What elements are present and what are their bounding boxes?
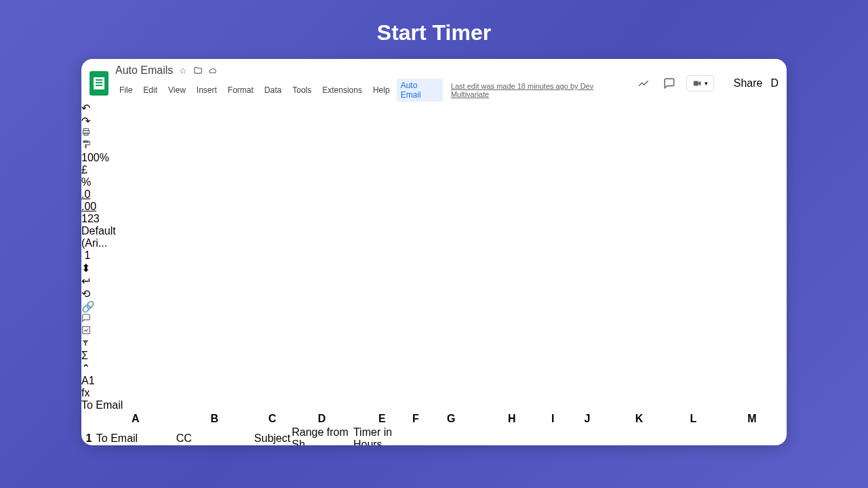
menu-file[interactable]: File [115, 83, 136, 97]
select-all-corner[interactable] [83, 413, 95, 425]
menu-format[interactable]: Format [224, 83, 258, 97]
filter-icon[interactable] [81, 338, 787, 350]
zoom-select[interactable]: 100% [81, 152, 787, 164]
meet-button[interactable]: ▾ [686, 75, 714, 92]
svg-rect-0 [694, 81, 698, 85]
cloud-status-icon[interactable] [208, 66, 218, 75]
sheets-logo-icon[interactable] [90, 71, 108, 96]
col-header-D[interactable]: D [292, 413, 352, 425]
col-header-I[interactable]: I [542, 413, 564, 425]
col-header-G[interactable]: G [420, 413, 482, 425]
wrap-button[interactable]: ↩ [81, 274, 787, 287]
cell-E1[interactable]: Timer in Hours [353, 426, 411, 445]
formula-input[interactable]: To Email [81, 399, 787, 411]
page-heading: Start Timer [0, 0, 868, 59]
col-header-K[interactable]: K [610, 413, 667, 425]
menu-edit[interactable]: Edit [139, 83, 161, 97]
decrease-decimal-button[interactable]: .0 [81, 188, 787, 201]
col-header-F[interactable]: F [412, 413, 419, 425]
menu-help[interactable]: Help [369, 83, 394, 97]
col-header-B[interactable]: B [176, 413, 253, 425]
menu-auto-email[interactable]: Auto Email [397, 79, 443, 102]
undo-icon[interactable]: ↶ [81, 102, 787, 115]
account-avatar[interactable]: D [770, 77, 778, 89]
percent-button[interactable]: % [81, 176, 787, 188]
svg-rect-4 [84, 133, 88, 136]
activity-icon[interactable] [635, 75, 652, 92]
chart-icon[interactable] [81, 325, 787, 338]
redo-icon[interactable]: ↷ [81, 115, 787, 127]
menu-extensions[interactable]: Extensions [318, 83, 366, 97]
increase-decimal-button[interactable]: .00 [81, 201, 787, 213]
currency-button[interactable]: £ [81, 164, 787, 176]
cell-B1[interactable]: CC [176, 426, 253, 445]
paint-format-icon[interactable] [81, 140, 787, 152]
number-format-button[interactable]: 123 [81, 213, 787, 225]
name-box[interactable]: A1 [81, 375, 787, 387]
last-edit-link[interactable]: Last edit was made 18 minutes ago by Dev… [451, 82, 628, 98]
toolbar: ↶ ↷ 100% £ % .0 .00 123 Default (Ari... … [81, 102, 787, 362]
comment-icon[interactable] [81, 313, 787, 325]
move-folder-icon[interactable] [193, 66, 203, 75]
formula-bar: A1 fx To Email [81, 375, 787, 411]
cell-C1[interactable]: Subject [254, 426, 290, 445]
cell-D1[interactable]: Range from Sh [292, 426, 352, 445]
menu-tools[interactable]: Tools [288, 83, 315, 97]
menu-bar: File Edit View Insert Format Data Tools … [115, 79, 628, 102]
fx-icon: fx [81, 387, 787, 399]
svg-marker-1 [698, 81, 701, 85]
functions-icon[interactable]: Σ [81, 350, 787, 362]
print-icon[interactable] [81, 127, 787, 140]
font-size-input[interactable]: 1 [81, 249, 94, 262]
col-header-M[interactable]: M [719, 413, 785, 425]
rotate-button[interactable]: ⟲ [81, 287, 787, 300]
title-bar: Auto Emails ☆ File Edit View Insert Form… [81, 59, 787, 102]
share-label: Share [734, 77, 763, 89]
share-button[interactable]: Share [722, 77, 762, 89]
font-select[interactable]: Default (Ari... [81, 225, 136, 249]
valign-button[interactable]: ⬍ [81, 262, 787, 274]
col-header-C[interactable]: C [254, 413, 290, 425]
collapse-toolbar-icon[interactable]: ⌃ [81, 362, 787, 375]
col-header-J[interactable]: J [565, 413, 609, 425]
header-actions: ▾ Share D [635, 75, 778, 92]
cell-A1[interactable]: To Email [96, 426, 175, 445]
spreadsheet-grid[interactable]: A B C D E F G H I J K L M 1 To Email [81, 411, 787, 445]
menu-data[interactable]: Data [260, 83, 285, 97]
menu-view[interactable]: View [164, 83, 190, 97]
col-header-L[interactable]: L [669, 413, 717, 425]
svg-rect-5 [83, 327, 90, 334]
col-header-A[interactable]: A [96, 413, 175, 425]
col-header-H[interactable]: H [484, 413, 540, 425]
star-icon[interactable]: ☆ [178, 66, 188, 75]
link-icon[interactable]: 🔗 [81, 300, 787, 313]
sheets-window: Auto Emails ☆ File Edit View Insert Form… [81, 59, 787, 445]
comments-icon[interactable] [660, 75, 678, 92]
menu-insert[interactable]: Insert [193, 83, 221, 97]
document-title[interactable]: Auto Emails [115, 64, 173, 77]
row-header-1[interactable]: 1 [83, 426, 95, 445]
col-header-E[interactable]: E [353, 413, 411, 425]
